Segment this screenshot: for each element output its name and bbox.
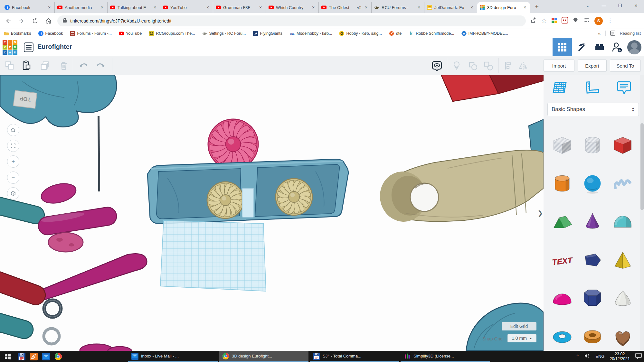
bookmark-item[interactable]: YouTube [119, 31, 142, 36]
reload-button[interactable] [30, 15, 41, 26]
model-left-parts[interactable] [0, 181, 147, 351]
window-maximize-button[interactable]: ❐ [612, 0, 628, 11]
view-orientation-button[interactable] [7, 187, 19, 200]
bookmark-item[interactable]: RCGroups.com The... [149, 31, 195, 36]
shape-pyramid[interactable] [609, 246, 637, 274]
pinned-livemail-icon[interactable] [40, 351, 52, 362]
tray-chevron-icon[interactable]: ⌃ [576, 354, 579, 359]
shape-scribble[interactable] [609, 169, 637, 198]
model-khaki-fuselage[interactable] [377, 150, 544, 225]
tab-list-icon[interactable] [583, 17, 590, 25]
browser-tab[interactable]: Which Country✕ [266, 2, 319, 13]
share-icon[interactable] [530, 17, 537, 25]
reading-list-icon[interactable] [610, 31, 615, 37]
account-avatar[interactable] [627, 40, 641, 54]
view-home-button[interactable] [7, 124, 19, 136]
snap-grid-select[interactable]: 1.0 mm ▲ [507, 334, 536, 342]
bookmarks-overflow-button[interactable]: » [598, 31, 601, 36]
bookmark-item[interactable]: GHobby - Køb, salg... [339, 31, 382, 36]
export-button[interactable]: Export [578, 60, 607, 72]
bookmark-item[interactable]: kRobbe Schiffsmode... [409, 31, 454, 36]
taskbar-window-chrome[interactable]: 3D design Eurofight... [219, 351, 308, 362]
view-cube[interactable]: TOP [13, 90, 37, 108]
fit-view-button[interactable] [7, 140, 19, 152]
new-tab-button[interactable]: + [532, 2, 542, 12]
shape-round-roof[interactable] [609, 208, 637, 236]
brick-blocks-button[interactable] [592, 40, 607, 54]
model-tan-fan-right[interactable] [276, 179, 312, 215]
window-menu-button[interactable]: ⌄ [580, 0, 596, 11]
ungroup-button[interactable] [483, 60, 493, 71]
notes-icon[interactable] [615, 78, 633, 97]
invite-person-button[interactable] [610, 40, 624, 54]
design-title[interactable]: Eurofighter [37, 43, 72, 51]
tab-close-icon[interactable]: ✕ [522, 5, 527, 10]
copy-button[interactable] [5, 60, 15, 71]
edit-grid-button[interactable]: Edit Grid [502, 322, 536, 330]
import-button[interactable]: Import [544, 60, 574, 72]
send-to-button[interactable]: Send To [610, 60, 641, 72]
model-selected-tab[interactable] [242, 188, 254, 217]
tab-close-icon[interactable]: ✕ [47, 5, 52, 10]
tab-close-icon[interactable]: ✕ [416, 5, 421, 10]
delete-button[interactable] [59, 60, 69, 71]
browser-menu-icon[interactable]: ⋮ [607, 17, 613, 24]
bookmark-item[interactable]: dbaModelhobby - køb... [289, 31, 332, 36]
extension-skip-icon[interactable] [562, 17, 568, 25]
design-menu-icon[interactable] [24, 42, 33, 52]
address-bar[interactable]: tinkercad.com/things/eJP7ieXsdzU-eurofig… [57, 15, 526, 26]
shape-heart[interactable] [609, 322, 637, 351]
shape-sphere[interactable] [578, 169, 607, 198]
tab-close-icon[interactable]: ✕ [99, 5, 105, 10]
shape-polygon[interactable] [578, 246, 607, 274]
model-tan-fan-left[interactable] [207, 182, 244, 218]
tray-language[interactable]: ENG [595, 354, 604, 359]
tray-notifications-icon[interactable] [635, 353, 642, 360]
model-grid-plane[interactable] [160, 220, 266, 291]
align-button[interactable] [503, 60, 513, 71]
tab-close-icon[interactable]: ✕ [469, 5, 474, 10]
tab-close-icon[interactable]: ✕ [258, 5, 263, 10]
browser-tab[interactable]: JETJetDanmark: Fo✕ [424, 2, 477, 13]
tab-close-icon[interactable]: ✕ [152, 5, 157, 10]
model-red-part[interactable] [441, 75, 544, 101]
shape-cylinder[interactable] [548, 169, 576, 198]
shape-box-hole[interactable] [548, 131, 576, 159]
shape-cylinder-hole[interactable] [578, 131, 607, 159]
bookmark-item[interactable]: Bookmarks [4, 31, 31, 36]
tray-volume-icon[interactable] [584, 353, 590, 360]
browser-tab[interactable]: The Oldest◄))✕ [319, 2, 372, 13]
zoom-in-button[interactable]: + [7, 155, 19, 168]
extensions-puzzle-icon[interactable] [573, 17, 579, 25]
back-button[interactable] [3, 15, 14, 26]
model-pink-fan[interactable] [208, 119, 258, 169]
browser-tab[interactable]: fFacebook✕ [2, 2, 55, 13]
pinned-totalcmd-icon[interactable] [15, 351, 28, 362]
dashboard-grid-button[interactable] [553, 38, 572, 56]
window-minimize-button[interactable]: — [596, 0, 612, 11]
taskbar-window-totalcmd[interactable]: SJ^ - Total Comma... [310, 351, 399, 362]
bookmark-item[interactable]: FlyingGiants [253, 31, 282, 36]
tinkercad-logo[interactable]: TIN KER CAD [3, 40, 17, 55]
bookmark-item[interactable]: MIMI-HOBBY-MODEL... [461, 31, 508, 36]
tab-close-icon[interactable]: ✕ [311, 5, 316, 10]
shape-half-sphere[interactable] [548, 284, 576, 312]
start-button[interactable] [0, 351, 15, 362]
redo-button[interactable] [96, 60, 106, 71]
ruler-icon[interactable] [582, 78, 601, 97]
zoom-out-button[interactable]: − [7, 172, 19, 184]
group-button[interactable] [468, 60, 478, 71]
reading-list-label[interactable]: Reading list [620, 31, 641, 36]
show-all-button[interactable] [431, 60, 442, 71]
bookmark-item[interactable]: dte [389, 31, 402, 36]
browser-tab[interactable]: Talking about F✕ [108, 2, 160, 13]
tab-audio-icon[interactable]: ◄)) [356, 6, 361, 9]
bookmark-item[interactable]: Settings - RC Foru... [202, 31, 246, 36]
shape-roof[interactable] [548, 208, 576, 236]
shape-paraboloid[interactable] [609, 284, 637, 312]
browser-tab[interactable]: 3D design Euro✕ [477, 2, 530, 13]
window-close-button[interactable]: ✕ [628, 0, 644, 11]
mirror-button[interactable] [518, 60, 528, 71]
tab-close-icon[interactable]: ✕ [205, 5, 210, 10]
duplicate-button[interactable] [40, 60, 50, 71]
